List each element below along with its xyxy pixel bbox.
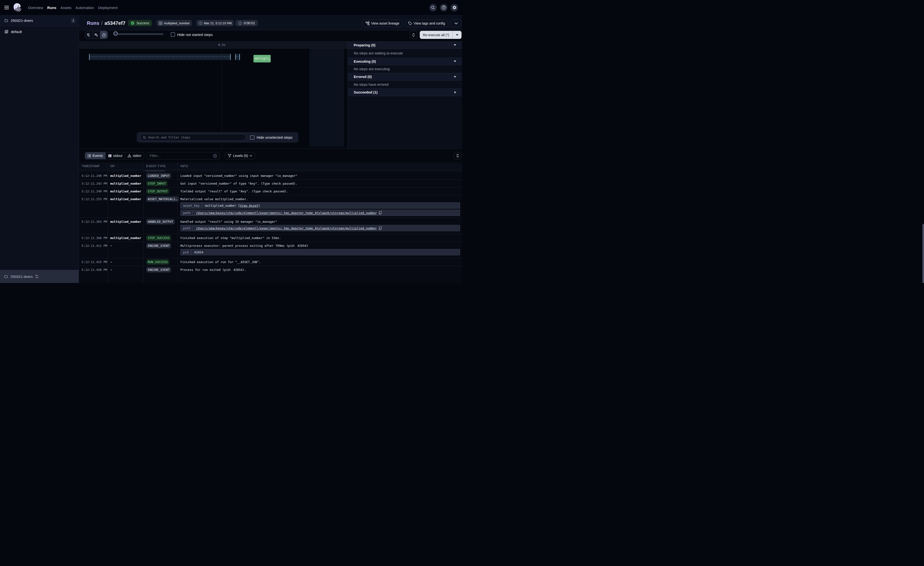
reload-icon[interactable] (35, 275, 39, 278)
reexecute-split-button: Re-execute all (*) (420, 31, 462, 39)
event-info-text: Process for run exited (pid: 42654). (180, 268, 460, 272)
event-type-pill: STEP_SUCCESS (146, 235, 171, 241)
gear-icon[interactable] (451, 4, 458, 11)
nav-link-overview[interactable]: Overview (28, 6, 43, 10)
checkbox-box[interactable] (250, 135, 254, 140)
event-row: 5:12:11.415 PM-RUN_SUCCESSFinished execu… (79, 258, 462, 266)
steps-section-title: Executing (0) (354, 60, 376, 63)
header-more-actions-button[interactable] (451, 20, 462, 27)
top-nav: OverviewRunsAssetsAutomationDeployment (0, 0, 462, 15)
event-type-pill: ENGINE_EVENT (146, 267, 171, 272)
event-type-pill: STEP_OUTPUT (146, 188, 170, 194)
sidebar: 250321-dvers 1 default 250321-dvers (0, 15, 79, 283)
sidebar-footer[interactable]: 250321-dvers (0, 270, 79, 283)
folder-icon (4, 19, 8, 22)
checkbox-box[interactable] (171, 32, 175, 37)
run-actions: View asset lineage View tags and config (363, 20, 462, 27)
view-asset-lineage-button[interactable]: View asset lineage (363, 20, 402, 27)
event-list-icon (87, 154, 91, 157)
flat-view-button[interactable] (85, 31, 93, 39)
duration-view-button[interactable] (100, 31, 108, 39)
run-steps-panel: Preparing (0)No steps are waiting to exe… (348, 42, 462, 148)
column-header-event-type: EVENT TYPE (144, 163, 178, 170)
nav-links: OverviewRunsAssetsAutomationDeployment (28, 6, 117, 10)
filter-funnel-icon (228, 154, 231, 157)
event-row: 5:12:11.240 PMmultiplied_numberLOADED_IN… (79, 172, 462, 180)
event-info: Finished execution of run for "__ASSET_J… (178, 258, 462, 266)
partial-event-row (79, 170, 462, 172)
event-timestamp: 5:12:11.249 PM (79, 188, 108, 195)
help-icon[interactable] (440, 4, 447, 11)
tab-events[interactable]: Events (85, 152, 105, 159)
copy-icon[interactable] (379, 226, 382, 230)
log-filter-input[interactable] (150, 154, 213, 158)
nav-link-runs[interactable]: Runs (47, 6, 57, 10)
expand-gantt-button[interactable] (410, 31, 417, 39)
metadata-value: /Users/smackesey/stm/code/elementl/exper… (193, 210, 385, 216)
nav-link-assets[interactable]: Assets (60, 6, 71, 10)
hide-not-started-checkbox[interactable]: Hide not started steps (171, 32, 213, 37)
events-rows: 5:12:11.240 PMmultiplied_numberLOADED_IN… (79, 172, 462, 283)
expand-events-button[interactable] (454, 152, 461, 160)
event-info: Materialized value multiplied_number.ass… (178, 195, 462, 218)
slider-knob[interactable] (113, 31, 118, 36)
event-info: Yielded output "result" of type "Any". (… (178, 188, 462, 195)
gantt-step-box[interactable]: multipli… (254, 55, 271, 62)
step-search-input[interactable] (148, 135, 243, 139)
steps-section-header-succeeded[interactable]: Succeeded (1) (348, 89, 462, 96)
levels-filter-button[interactable]: Levels (5) (225, 152, 255, 160)
event-op: multiplied_number (108, 172, 144, 179)
clear-filter-icon[interactable] (213, 154, 217, 158)
view-tags-config-button[interactable]: View tags and config (405, 20, 448, 27)
event-op: multiplied_number (108, 195, 144, 218)
metadata-entry-path: path/Users/smackesey/stm/code/elementl/e… (180, 225, 460, 231)
search-icon[interactable] (429, 4, 437, 11)
metadata-key: pid (181, 249, 191, 255)
reexecute-all-button[interactable]: Re-execute all (*) (420, 31, 452, 39)
sidebar-code-location[interactable]: 250321-dvers 1 (0, 15, 79, 26)
event-info-text: Multiprocess executor: parent process ex… (180, 244, 460, 248)
triangle-down-icon (454, 76, 456, 78)
metadata-entry-pid: pid42654 (180, 249, 460, 255)
event-row: 5:12:11.266 PMmultiplied_numberSTEP_SUCC… (79, 234, 462, 242)
steps-section-header-preparing[interactable]: Preparing (0) (348, 42, 462, 49)
gantt-search-bar: Hide unselected steps (136, 132, 298, 143)
log-filter (147, 152, 220, 160)
hide-not-started-label: Hide not started steps (177, 33, 213, 37)
event-type-pill: ENGINE_EVENT (146, 243, 171, 248)
event-info-text: Handled output "result" using IO manager… (180, 220, 460, 224)
gantt-chart: 0.5s multipli… Hide u (79, 42, 348, 148)
event-info-text: Finished execution of run for "__ASSET_J… (180, 260, 460, 264)
sidebar-item-default[interactable]: default (0, 26, 79, 37)
tab-stdout[interactable]: stdout (105, 152, 125, 159)
path-link[interactable]: /Users/smackesey/stm/code/elementl/exper… (196, 226, 377, 230)
steps-section-header-errored[interactable]: Errored (0) (348, 73, 462, 81)
view-asset-link[interactable]: View Asset (240, 204, 258, 208)
zoom-slider[interactable] (113, 30, 166, 42)
triangle-down-icon (454, 44, 456, 46)
dagster-logo[interactable] (13, 3, 22, 12)
steps-section-header-executing[interactable]: Executing (0) (348, 58, 462, 65)
nav-link-deployment[interactable]: Deployment (98, 6, 117, 10)
metadata-value: /Users/smackesey/stm/code/elementl/exper… (193, 225, 385, 231)
copy-icon[interactable] (379, 211, 382, 214)
slider-track[interactable] (113, 33, 164, 35)
steps-section-title: Succeeded (1) (354, 90, 378, 94)
path-link[interactable]: /Users/smackesey/stm/code/elementl/exper… (196, 211, 377, 215)
event-info-text: Materialized value multiplied_number. (180, 197, 460, 201)
event-type-pill: ASSET_MATERIALIZATION (146, 196, 179, 202)
tab-stderr[interactable]: stderr (125, 152, 144, 159)
metadata-entry-asset_key: asset_keymultiplied_number[View Asset] (180, 202, 460, 209)
menu-icon[interactable] (0, 3, 11, 12)
event-op: multiplied_number (108, 180, 144, 187)
asset-tag[interactable]: multiplied_number (157, 20, 192, 26)
hide-unselected-checkbox[interactable]: Hide unselected steps (250, 135, 292, 140)
footer-location-label: 250321-dvers (10, 274, 33, 278)
nav-link-automation[interactable]: Automation (75, 6, 94, 10)
reexecute-dropdown-button[interactable] (452, 31, 462, 39)
event-info-text: Finished execution of step "multiplied_n… (180, 236, 460, 240)
waterfall-view-button[interactable] (93, 31, 100, 39)
clock-icon (199, 21, 202, 25)
event-timestamp: 5:12:11.240 PM (79, 172, 108, 179)
steps-section-body: No steps are waiting to execute (348, 49, 462, 58)
